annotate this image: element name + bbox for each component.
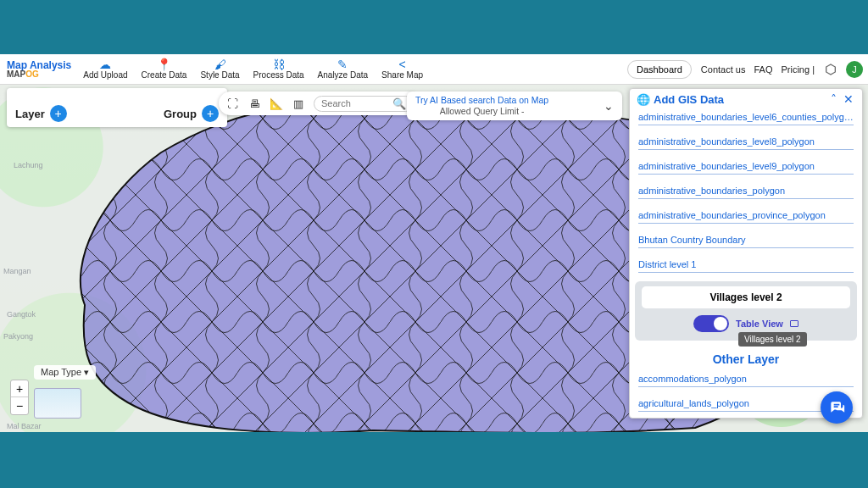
add-layer-button[interactable]: + [50,105,67,122]
search-icon[interactable]: 🔍 [392,97,406,110]
gis-layer-list: administrative_boundaries_level6_countie… [630,108,862,278]
bg-label: Lachung [14,161,43,169]
chevron-down-icon[interactable]: ⌄ [604,99,614,113]
other-layer-header: Other Layer [630,352,862,366]
bg-label: Pakyong [3,332,33,341]
menu-add-upload[interactable]: ☁ Add Upload [83,58,127,80]
menu-share-map[interactable]: < Share Map [381,58,423,80]
menu-label: Add Upload [83,70,127,80]
gis-layer-link[interactable]: accommodations_polygon [638,369,854,387]
dashboard-button[interactable]: Dashboard [627,60,692,79]
table-view-label[interactable]: Table View [736,319,783,329]
menu-label: Process Data [253,70,304,80]
gis-layer-link[interactable]: administrative_boundaries_level6_countie… [638,108,854,125]
chat-button[interactable] [821,391,853,424]
gis-layer-link[interactable]: Bhutan Country Boundary [638,230,854,248]
layer-label: Layer [15,108,45,120]
close-icon[interactable]: ✕ [842,92,855,106]
zoom-control: + − [10,380,29,415]
add-gis-data-panel: 🌐 Add GIS Data ˄ ✕ administrative_bounda… [629,88,863,419]
gis-layer-link[interactable]: administrative_boundaries_province_polyg… [638,206,854,224]
group-label: Group [164,108,197,120]
zoom-out-button[interactable]: − [11,397,28,414]
brand-sub: MAPOG [7,70,71,79]
chevron-down-icon: ▾ [84,367,89,377]
avatar[interactable]: J [846,61,863,78]
brand-block: Map Analysis MAPOG [7,60,71,79]
contact-link[interactable]: Contact us [701,64,746,75]
gis-layer-link[interactable]: administrative_boundaries_polygon [638,181,854,199]
analyze-icon: ✎ [337,58,348,70]
cloud-upload-icon: ☁ [99,58,111,70]
fullscreen-icon[interactable]: ⛶ [225,97,239,110]
map-type-chip[interactable]: Map Type ▾ [34,365,96,380]
menu-label: Share Map [381,70,423,80]
menu-analyze-data[interactable]: ✎ Analyze Data [318,58,368,80]
bg-label: Mangan [3,267,31,275]
layer-group-card: Layer + Group + [7,88,227,127]
cube-icon[interactable] [824,63,837,76]
bg-label: Gangtok [7,310,36,319]
faq-link[interactable]: FAQ [754,64,772,75]
pricing-link[interactable]: Pricing | [781,64,815,75]
panel-title: Add GIS Data [654,93,826,106]
table-icon[interactable]: ▥ [292,97,305,110]
globe-icon: 🌐 [637,93,650,106]
chat-icon [828,399,845,416]
add-group-button[interactable]: + [202,105,219,122]
collapse-icon[interactable]: ˄ [829,92,838,106]
avatar-letter: J [852,64,857,75]
pin-icon: 📍 [157,58,171,70]
menu-label: Style Data [200,70,239,80]
bg-label: Mal Bazar [7,422,42,430]
ai-text: Try AI Based search Data on Map Allowed … [415,95,548,117]
menu-label: Create Data [142,70,187,80]
process-icon: ⛓ [273,58,285,70]
selected-layer-block: Villages level 2 Table View Villages lev… [635,281,857,341]
table-view-icon[interactable] [790,320,798,327]
app-header: Map Analysis MAPOG ☁ Add Upload 📍 Create… [0,54,868,85]
layer-tooltip: Villages level 2 [738,332,807,347]
menu-label: Analyze Data [318,70,368,80]
map-toolbar: ⛶ 🖶 📐 ▥ 🔍 [219,92,420,115]
table-view-row: Table View [640,315,852,332]
layer-visibility-toggle[interactable] [693,315,729,332]
main-menu: ☁ Add Upload 📍 Create Data 🖌 Style Data … [83,58,423,80]
print-icon[interactable]: 🖶 [248,97,261,110]
share-icon: < [398,58,405,70]
gis-layer-link[interactable]: administrative_boundaries_level8_polygon [638,132,854,150]
ai-search-pill[interactable]: Try AI Based search Data on Map Allowed … [407,92,622,120]
search-box[interactable]: 🔍 [314,96,414,112]
gis-layer-link[interactable]: administrative_boundaries_level9_polygon [638,157,854,175]
gis-layer-link[interactable]: District level 1 [638,255,854,273]
menu-create-data[interactable]: 📍 Create Data [142,58,187,80]
menu-style-data[interactable]: 🖌 Style Data [200,58,239,80]
brush-icon: 🖌 [214,58,226,70]
selected-layer-title[interactable]: Villages level 2 [642,286,850,308]
minimap[interactable] [34,388,81,419]
measure-icon[interactable]: 📐 [270,97,283,110]
menu-process-data[interactable]: ⛓ Process Data [253,58,304,80]
search-input[interactable] [321,98,389,108]
zoom-in-button[interactable]: + [11,380,28,397]
